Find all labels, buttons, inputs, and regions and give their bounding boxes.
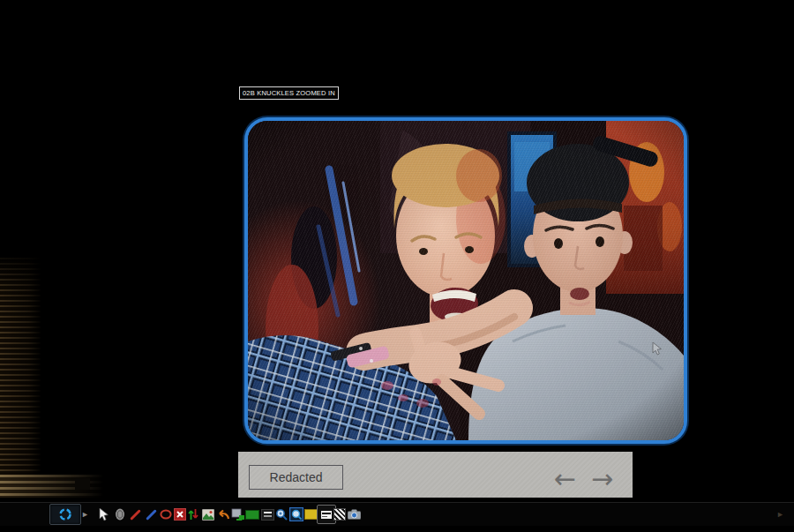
annotation-toolbar: ► xyxy=(0,502,794,526)
delete-annotation-tool[interactable] xyxy=(173,503,187,526)
window-blinds-shadow xyxy=(75,478,90,490)
photo-canvas xyxy=(248,121,684,440)
window-blinds-reflection xyxy=(0,258,41,476)
zoom-tool[interactable] xyxy=(274,503,288,526)
toolbar-overflow-arrow[interactable]: ► xyxy=(81,503,89,526)
green-highlight-tool[interactable] xyxy=(245,503,259,526)
magnifier-icon xyxy=(275,508,288,521)
add-note-tool[interactable] xyxy=(230,503,245,526)
projected-screen: 02B KNUCKLES ZOOMED IN xyxy=(0,0,794,532)
cursor-icon xyxy=(99,508,109,521)
redaction-icon xyxy=(321,511,332,519)
up-down-arrows-icon xyxy=(188,508,198,521)
capture-tool[interactable] xyxy=(346,503,362,526)
red-pen-tool[interactable] xyxy=(127,503,143,526)
next-page-arrow[interactable]: → xyxy=(591,466,613,492)
blue-pen-tool[interactable] xyxy=(143,503,159,526)
undo-arrow-icon xyxy=(217,509,230,521)
loupe-icon xyxy=(58,507,72,521)
toolbar-scroll-right-arrow[interactable]: ► xyxy=(776,503,784,526)
green-rectangle-icon xyxy=(245,510,259,520)
photo-exhibit-frame[interactable] xyxy=(244,117,687,444)
hatch-redaction-tool[interactable] xyxy=(333,503,347,526)
label-tool[interactable] xyxy=(260,503,274,526)
camera-icon xyxy=(348,509,361,520)
blue-line-icon xyxy=(146,509,157,521)
redacted-button[interactable]: Redacted xyxy=(249,465,343,490)
red-x-icon xyxy=(174,508,186,521)
fingerprint-icon xyxy=(115,508,125,521)
previous-page-arrow[interactable]: ← xyxy=(554,466,576,492)
loupe-tool-button[interactable] xyxy=(49,504,81,525)
pointer-tool[interactable] xyxy=(97,503,111,526)
magnifier-box-icon xyxy=(289,507,303,521)
fingerprint-stamp-tool[interactable] xyxy=(113,503,127,526)
sort-arrows-tool[interactable] xyxy=(186,503,200,526)
image-stamp-tool[interactable] xyxy=(201,503,215,526)
red-line-icon xyxy=(130,509,141,521)
red-ellipse-tool[interactable] xyxy=(159,503,173,526)
zoom-area-tool[interactable] xyxy=(288,503,304,526)
note-plus-icon xyxy=(231,508,244,521)
exhibit-label: 02B KNUCKLES ZOOMED IN xyxy=(239,86,339,100)
undo-tool[interactable] xyxy=(216,503,230,526)
label-lines-icon xyxy=(261,509,274,521)
hatch-icon xyxy=(333,508,346,521)
control-bar: Redacted ← → xyxy=(238,452,633,498)
image-icon xyxy=(202,509,214,521)
red-ellipse-icon xyxy=(160,509,172,520)
